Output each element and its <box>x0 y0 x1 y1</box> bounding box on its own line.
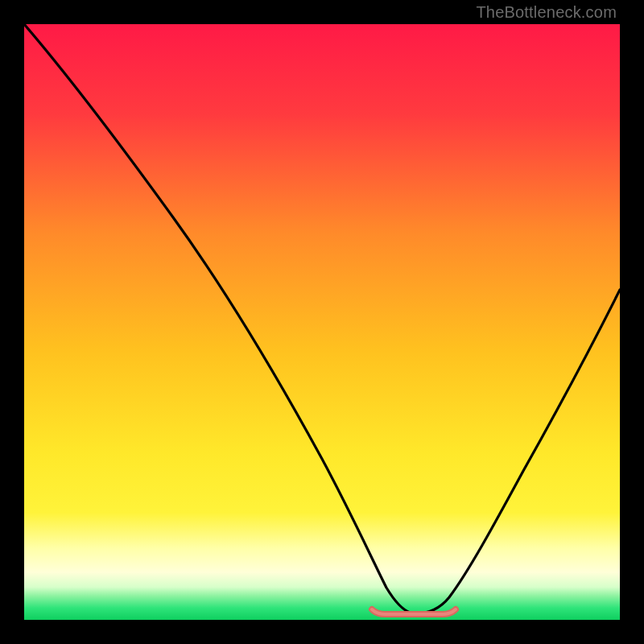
watermark-text: TheBottleneck.com <box>476 3 617 22</box>
plot-area <box>24 24 620 620</box>
curve-path <box>24 24 620 613</box>
chart-frame: TheBottleneck.com <box>0 0 644 644</box>
bottleneck-curve <box>24 24 620 620</box>
